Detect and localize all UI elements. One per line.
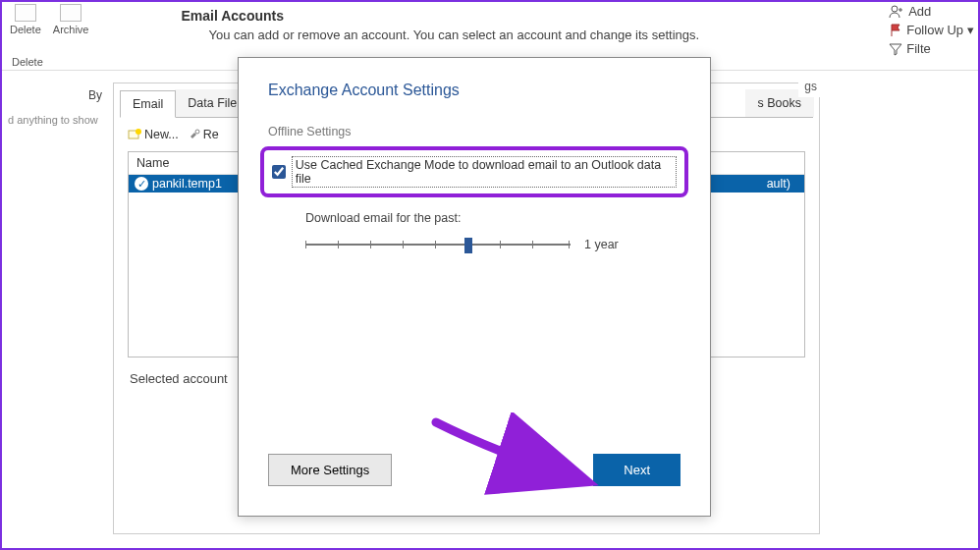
slider-tick — [338, 241, 339, 248]
tab-email[interactable]: Email — [120, 90, 176, 118]
account-email: pankil.temp1 — [152, 177, 222, 191]
download-range-slider[interactable] — [305, 235, 571, 254]
more-settings-button[interactable]: More Settings — [268, 454, 392, 486]
chevron-down-icon: ▾ — [967, 23, 974, 37]
highlight-annotation: Use Cached Exchange Mode to download ema… — [260, 146, 688, 197]
slider-tick — [435, 241, 436, 248]
filter-label: Filte — [906, 41, 931, 56]
cached-mode-checkbox[interactable] — [272, 165, 286, 179]
flag-icon — [889, 24, 902, 37]
message-pane: By d anything to show — [2, 79, 108, 136]
next-button[interactable]: Next — [593, 454, 681, 486]
ribbon-section-label: Delete — [12, 56, 43, 68]
slider-tick — [532, 241, 533, 248]
slider-tick — [370, 241, 371, 248]
repair-label: Re — [203, 128, 219, 141]
slider-thumb[interactable] — [464, 238, 472, 253]
delete-label: Delete — [10, 24, 41, 35]
archive-button[interactable]: Archive — [49, 2, 93, 37]
add-label: Add — [908, 4, 931, 19]
slider-tick — [403, 241, 404, 248]
slider-value-label: 1 year — [584, 238, 619, 251]
check-icon: ✓ — [135, 177, 148, 191]
empty-message: d anything to show — [8, 114, 102, 126]
slider-tick — [569, 241, 570, 248]
ribbon-title-area: Email Accounts You can add or remove an … — [181, 8, 699, 42]
followup-button[interactable]: Follow Up ▾ — [889, 23, 974, 37]
cached-mode-label: Use Cached Exchange Mode to download ema… — [292, 156, 677, 188]
modal-title: Exchange Account Settings — [239, 58, 710, 107]
account-default: ault) — [767, 177, 798, 191]
tags-section-label: gs — [798, 76, 823, 97]
slider-tick — [305, 241, 306, 248]
cached-mode-checkbox-row[interactable]: Use Cached Exchange Mode to download ema… — [272, 156, 677, 188]
delete-icon — [15, 4, 36, 22]
slider-track — [305, 244, 571, 246]
slider-tick — [500, 241, 501, 248]
followup-label: Follow Up — [906, 23, 963, 37]
delete-button[interactable]: Delete — [6, 2, 45, 37]
download-range-label: Download email for the past: — [239, 207, 710, 235]
svg-point-0 — [892, 6, 898, 12]
exchange-settings-modal: Exchange Account Settings Offline Settin… — [238, 57, 711, 517]
funnel-icon — [889, 42, 902, 56]
modal-footer: More Settings Next — [268, 454, 681, 486]
repair-icon — [189, 129, 200, 140]
new-icon — [128, 129, 141, 140]
archive-label: Archive — [53, 24, 89, 35]
repair-account-button[interactable]: Re — [189, 128, 219, 141]
filter-button[interactable]: Filte — [889, 41, 974, 56]
page-subtitle: You can add or remove an account. You ca… — [208, 28, 699, 42]
svg-point-2 — [136, 129, 141, 135]
ribbon-right-group: Add Follow Up ▾ Filte — [889, 4, 974, 56]
page-title: Email Accounts — [181, 8, 699, 24]
svg-point-3 — [195, 130, 199, 134]
offline-settings-heading: Offline Settings — [239, 107, 710, 144]
new-account-button[interactable]: New... — [128, 128, 179, 141]
ribbon-left-group: Delete Archive — [6, 2, 92, 37]
new-label: New... — [144, 128, 179, 141]
download-slider-row: 1 year — [239, 235, 710, 254]
add-button[interactable]: Add — [889, 4, 974, 19]
archive-icon — [60, 4, 82, 22]
groupby-label: By — [8, 88, 102, 102]
person-add-icon — [889, 5, 904, 19]
